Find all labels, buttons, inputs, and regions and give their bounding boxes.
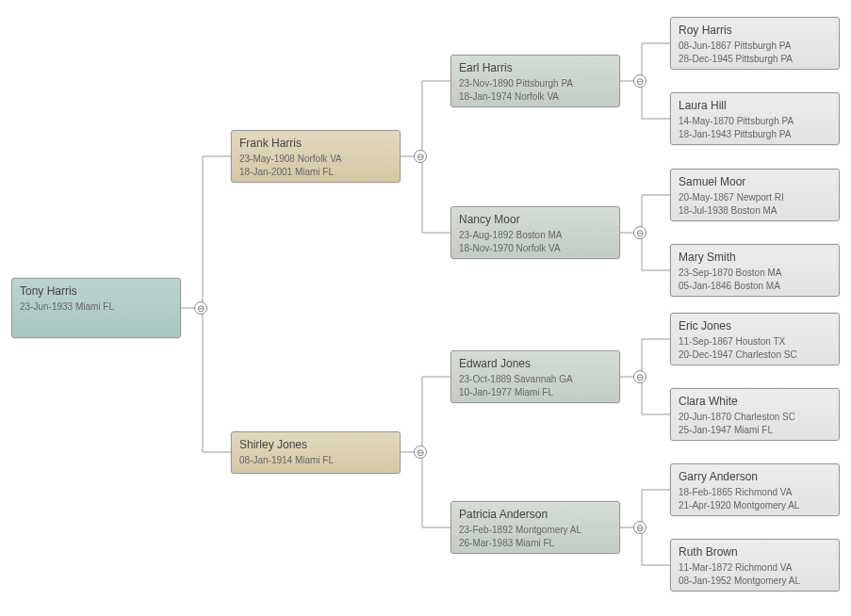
person-card-pgm[interactable]: Nancy Moor 23-Aug-1892 Boston MA 18-Nov-… — [450, 206, 620, 259]
expand-toggle[interactable]: ⊖ — [633, 521, 646, 534]
person-card-ggp[interactable]: Eric Jones 11-Sep-1867 Houston TX 20-Dec… — [670, 313, 840, 365]
person-birth: 11-Mar-1872 Richmond VA — [679, 561, 831, 575]
person-name: Earl Harris — [459, 61, 612, 74]
person-name: Roy Harris — [679, 24, 831, 37]
person-birth: 11-Sep-1867 Houston TX — [679, 335, 831, 349]
person-card-ggp[interactable]: Laura Hill 14-May-1870 Pittsburgh PA 18-… — [670, 92, 840, 145]
person-death: 18-Nov-1970 Norfolk VA — [459, 242, 612, 255]
person-card-mgf[interactable]: Edward Jones 23-Oct-1889 Savannah GA 10-… — [450, 350, 620, 403]
person-card-root[interactable]: Tony Harris 23-Jun-1933 Miami FL — [11, 278, 181, 338]
person-name: Laura Hill — [679, 99, 831, 112]
person-birth: 18-Feb-1865 Richmond VA — [679, 486, 831, 499]
person-birth: 14-May-1870 Pittsburgh PA — [679, 115, 831, 128]
person-death: 25-Jan-1947 Miami FL — [679, 424, 831, 437]
person-card-ggp[interactable]: Clara White 20-Jun-1870 Charleston SC 25… — [670, 388, 840, 441]
person-name: Edward Jones — [459, 357, 612, 370]
expand-toggle[interactable]: ⊖ — [633, 226, 646, 239]
person-card-ggp[interactable]: Ruth Brown 11-Mar-1872 Richmond VA 08-Ja… — [670, 539, 840, 592]
person-death: 28-Dec-1945 Pittsburgh PA — [679, 53, 831, 66]
person-card-ggp[interactable]: Roy Harris 08-Jun-1867 Pittsburgh PA 28-… — [670, 17, 840, 70]
person-death: 08-Jan-1952 Montgomery AL — [679, 575, 831, 588]
person-card-mgm[interactable]: Patricia Anderson 23-Feb-1892 Montgomery… — [450, 501, 620, 554]
person-birth: 23-Jun-1933 Miami FL — [20, 300, 172, 314]
expand-toggle[interactable]: ⊖ — [414, 446, 427, 459]
person-card-mother[interactable]: Shirley Jones 08-Jan-1914 Miami FL — [231, 431, 401, 474]
person-name: Ruth Brown — [679, 545, 831, 559]
person-birth: 23-Nov-1890 Pittsburgh PA — [459, 77, 612, 90]
person-birth: 08-Jun-1867 Pittsburgh PA — [679, 40, 831, 53]
person-name: Samuel Moor — [679, 175, 831, 188]
expand-toggle[interactable]: ⊖ — [633, 74, 646, 88]
pedigree-chart: Tony Harris 23-Jun-1933 Miami FL ⊖ Frank… — [0, 0, 851, 616]
person-death: 18-Jan-1974 Norfolk VA — [459, 90, 612, 104]
person-birth: 08-Jan-1914 Miami FL — [239, 454, 392, 467]
person-death: 05-Jan-1846 Boston MA — [679, 280, 831, 293]
person-name: Patricia Anderson — [459, 508, 612, 521]
person-birth: 23-Aug-1892 Boston MA — [459, 229, 612, 242]
person-death: 18-Jan-2001 Miami FL — [239, 166, 392, 179]
person-name: Clara White — [679, 395, 831, 408]
person-card-ggp[interactable]: Samuel Moor 20-May-1867 Newport RI 18-Ju… — [670, 169, 840, 221]
expand-toggle[interactable]: ⊖ — [414, 150, 427, 163]
person-card-ggp[interactable]: Mary Smith 23-Sep-1870 Boston MA 05-Jan-… — [670, 244, 840, 297]
person-birth: 20-Jun-1870 Charleston SC — [679, 411, 831, 424]
person-card-pgf[interactable]: Earl Harris 23-Nov-1890 Pittsburgh PA 18… — [450, 55, 620, 107]
person-card-ggp[interactable]: Garry Anderson 18-Feb-1865 Richmond VA 2… — [670, 463, 840, 516]
person-name: Nancy Moor — [459, 213, 612, 226]
person-death: 26-Mar-1983 Miami FL — [459, 537, 612, 550]
person-name: Eric Jones — [679, 319, 831, 332]
person-birth: 23-Feb-1892 Montgomery AL — [459, 524, 612, 537]
person-birth: 23-May-1908 Norfolk VA — [239, 153, 392, 166]
person-name: Garry Anderson — [679, 470, 831, 483]
person-death: 18-Jul-1938 Boston MA — [679, 204, 831, 218]
person-card-father[interactable]: Frank Harris 23-May-1908 Norfolk VA 18-J… — [231, 130, 401, 183]
person-death: 20-Dec-1947 Charleston SC — [679, 349, 831, 362]
expand-toggle[interactable]: ⊖ — [633, 370, 646, 383]
person-name: Tony Harris — [20, 284, 172, 298]
person-death: 18-Jan-1943 Pittsburgh PA — [679, 128, 831, 141]
person-birth: 23-Sep-1870 Boston MA — [679, 267, 831, 280]
person-birth: 23-Oct-1889 Savannah GA — [459, 373, 612, 386]
person-name: Shirley Jones — [239, 438, 392, 451]
expand-toggle[interactable]: ⊖ — [194, 301, 207, 315]
person-name: Mary Smith — [679, 251, 831, 264]
person-birth: 20-May-1867 Newport RI — [679, 191, 831, 204]
person-death: 21-Apr-1920 Montgomery AL — [679, 499, 831, 512]
person-death: 10-Jan-1977 Miami FL — [459, 386, 612, 399]
person-name: Frank Harris — [239, 137, 392, 150]
